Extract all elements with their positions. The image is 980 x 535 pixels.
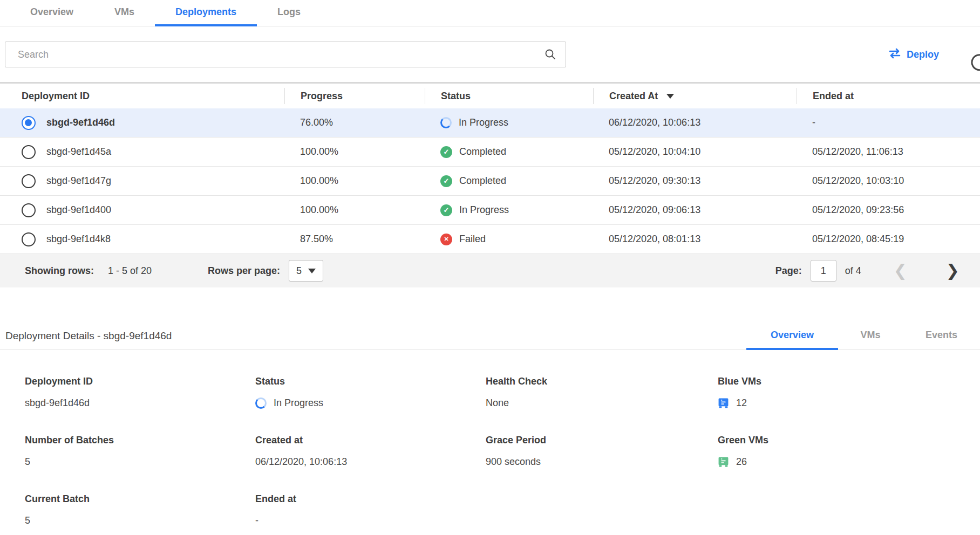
deploy-button-label: Deploy [907,49,939,60]
search-box [5,42,566,67]
status-text: Completed [459,146,506,157]
detail-grace-period: Grace Period 900 seconds [486,435,718,469]
col-status: Status [425,88,593,104]
showing-rows-value: 1 - 5 of 20 [108,265,152,277]
col-deployment-id: Deployment ID [0,88,284,104]
status-check-icon [440,175,452,187]
progress-value: 76.00% [284,117,425,128]
details-grid: Deployment ID sbgd-9ef1d46d Status In Pr… [0,350,980,527]
detail-value: 5 [25,455,255,469]
created-at-value: 06/12/2020, 10:06:13 [593,117,797,128]
search-input[interactable] [5,42,566,67]
detail-label: Created at [255,435,486,446]
sort-desc-icon [666,94,674,99]
vm-server-icon [718,456,729,468]
table-row[interactable]: sbgd-9ef1d400 100.00% In Progress 05/12/… [0,196,980,225]
deployment-id: sbgd-9ef1d4k8 [46,234,111,245]
deployment-id: sbgd-9ef1d47g [46,175,111,187]
page-input[interactable] [811,260,836,282]
deployments-table: Deployment ID Progress Status Created At… [0,82,980,287]
col-created-at-label: Created At [609,91,658,102]
status-text: Failed [459,234,486,245]
page-label: Page: [775,265,802,277]
row-radio[interactable] [22,203,36,217]
deployment-id: sbgd-9ef1d400 [46,204,111,216]
main-tabbar: Overview VMs Deployments Logs [0,0,980,26]
deployment-id: sbgd-9ef1d45a [46,146,111,157]
rows-per-page-select[interactable]: 5 [289,260,323,282]
deployment-id: sbgd-9ef1d46d [46,117,115,128]
detail-value: - [255,513,486,527]
chevron-right-icon[interactable]: ❯ [942,263,964,279]
progress-value: 100.00% [284,146,425,157]
tab-deployments[interactable]: Deployments [155,0,257,26]
detail-value: 26 [736,456,747,468]
rows-per-page-label: Rows per page: [208,265,280,277]
table-header: Deployment ID Progress Status Created At… [0,84,980,108]
row-radio[interactable] [22,116,36,130]
status-check-icon [440,204,452,216]
ended-at-value: 05/12/2020, 10:03:10 [797,175,980,187]
details-tab-events[interactable]: Events [903,322,980,350]
page-total: of 4 [845,265,861,277]
details-tabbar: Overview VMs Events [746,322,980,349]
created-at-value: 05/12/2020, 08:01:13 [593,234,797,245]
showing-rows-label: Showing rows: [25,265,94,277]
table-row[interactable]: sbgd-9ef1d45a 100.00% Completed 05/12/20… [0,138,980,167]
status-failed-icon [440,234,452,245]
progress-value: 87.50% [284,234,425,245]
detail-label: Ended at [255,493,486,505]
vm-server-icon [718,397,729,409]
table-pagination: Showing rows: 1 - 5 of 20 Rows per page:… [0,254,980,287]
detail-value: 900 seconds [486,455,718,469]
detail-ended-at: Ended at - [255,493,486,527]
detail-green-vms: Green VMs 26 [718,435,980,469]
col-progress-label: Progress [301,91,343,102]
details-tab-overview[interactable]: Overview [746,322,838,350]
detail-status: Status In Progress [255,376,486,410]
ended-at-value: 05/12/2020, 09:23:56 [797,204,980,216]
detail-blue-vms: Blue VMs 12 [718,376,980,410]
status-text: In Progress [459,117,508,128]
detail-number-of-batches: Number of Batches 5 [25,435,255,469]
table-row[interactable]: sbgd-9ef1d46d 76.00% In Progress 06/12/2… [0,108,980,138]
chevron-left-icon[interactable]: ❮ [889,263,911,279]
row-radio[interactable] [22,174,36,188]
table-row[interactable]: sbgd-9ef1d47g 100.00% Completed 05/12/20… [0,167,980,196]
row-radio[interactable] [22,145,36,159]
tab-vms[interactable]: VMs [94,0,155,26]
row-radio[interactable] [22,232,36,246]
col-status-label: Status [441,91,471,102]
detail-label: Grace Period [486,435,718,446]
status-spinner-icon [255,397,267,409]
refresh-icon[interactable] [970,53,980,72]
toolbar: Deploy [0,42,980,67]
detail-value: 12 [736,397,747,409]
detail-value: In Progress [274,397,323,409]
detail-label: Deployment ID [25,376,255,387]
created-at-value: 05/12/2020, 09:30:13 [593,175,797,187]
col-deployment-id-label: Deployment ID [22,91,90,102]
details-tab-vms[interactable]: VMs [838,322,903,350]
table-row[interactable]: sbgd-9ef1d4k8 87.50% Failed 05/12/2020, … [0,225,980,254]
status-text: In Progress [459,204,509,216]
detail-label: Current Batch [25,493,255,505]
ended-at-value: - [797,117,980,128]
deployments-page: Overview VMs Deployments Logs Deploy [0,0,980,535]
col-ended-at-label: Ended at [813,91,854,102]
chevron-down-icon [308,269,316,273]
detail-label: Blue VMs [718,376,980,387]
tab-overview[interactable]: Overview [10,0,94,26]
tab-logs[interactable]: Logs [257,0,321,26]
col-progress: Progress [284,88,425,104]
col-created-at[interactable]: Created At [593,88,797,104]
search-icon [545,49,556,63]
detail-created-at: Created at 06/12/2020, 10:06:13 [255,435,486,469]
detail-label: Status [255,376,486,387]
deploy-button[interactable]: Deploy [888,48,939,61]
swap-arrows-icon [888,48,901,61]
ended-at-value: 05/12/2020, 11:06:13 [797,146,980,157]
created-at-value: 05/12/2020, 09:06:13 [593,204,797,216]
progress-value: 100.00% [284,175,425,187]
details-header: Deployment Details - sbgd-9ef1d46d Overv… [0,322,980,350]
